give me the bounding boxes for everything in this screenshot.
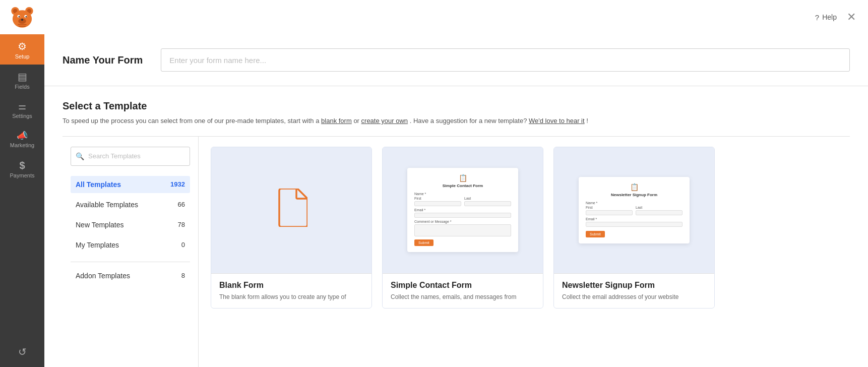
mini-form-newsletter-icon: 📋 (630, 183, 639, 191)
form-name-input[interactable] (161, 48, 850, 72)
search-icon: 🔍 (76, 152, 84, 160)
template-filter-panel: 🔍 All Templates 1932 Available Templates… (63, 137, 199, 368)
sidebar-item-fields[interactable]: ▤ Fields (0, 65, 44, 95)
fields-icon: ▤ (18, 72, 27, 82)
filter-label-new: New Templates (76, 221, 123, 229)
search-input[interactable] (71, 147, 190, 166)
help-icon: ? (815, 13, 819, 22)
template-section: Select a Template To speed up the proces… (44, 86, 868, 367)
help-button[interactable]: ? Help (815, 13, 837, 22)
close-button[interactable]: ✕ (847, 12, 856, 23)
mini-form-contact: 📋 Simple Contact Form Name * First (407, 168, 518, 252)
template-section-desc: To speed up the process you can select f… (63, 116, 850, 126)
sidebar-item-history[interactable]: ↺ (0, 342, 44, 362)
card-title-contact: Simple Contact Form (391, 281, 535, 290)
marketing-icon: 📣 (17, 131, 28, 140)
desc-text-4: ! (586, 117, 588, 125)
search-box: 🔍 (71, 147, 190, 166)
svg-point-8 (26, 16, 27, 18)
sidebar-label-setup: Setup (15, 53, 30, 59)
mini-form-contact-title: Simple Contact Form (443, 184, 483, 188)
setup-icon: ⚙ (18, 41, 27, 51)
filter-new-templates[interactable]: New Templates 78 (71, 216, 190, 233)
sidebar-item-payments[interactable]: $ Payments (0, 153, 44, 184)
template-cards-area: Blank Form The blank form allows you to … (199, 137, 850, 368)
card-preview-blank (211, 147, 371, 273)
filter-count-my: 0 (181, 241, 185, 249)
sidebar-label-settings: Settings (12, 113, 32, 119)
card-title-newsletter: Newsletter Signup Form (562, 281, 706, 290)
sidebar-label-fields: Fields (15, 84, 29, 90)
desc-text-3: . Have a suggestion for a new template? (410, 117, 529, 125)
template-card-contact[interactable]: 📋 Simple Contact Form Name * First (382, 147, 543, 309)
mini-form-contact-icon: 📋 (459, 174, 467, 182)
filter-my-templates[interactable]: My Templates 0 (71, 236, 190, 254)
sidebar-logo (0, 0, 44, 34)
filter-label-available: Available Templates (76, 201, 138, 209)
filter-label-addon: Addon Templates (76, 272, 130, 280)
card-preview-newsletter: 📋 Newsletter Signup Form Name * First (554, 147, 714, 273)
sidebar-bottom: ↺ (0, 342, 44, 367)
card-preview-contact: 📋 Simple Contact Form Name * First (383, 147, 543, 273)
card-desc-contact: Collect the names, emails, and messages … (391, 293, 535, 301)
topbar: ? Help ✕ (44, 0, 868, 34)
mini-form-newsletter: 📋 Newsletter Signup Form Name * First (579, 177, 690, 243)
template-card-blank[interactable]: Blank Form The blank form allows you to … (211, 147, 372, 309)
filter-count-new: 78 (178, 221, 185, 228)
card-info-newsletter: Newsletter Signup Form Collect the email… (554, 273, 714, 309)
desc-text-1: To speed up the process you can select f… (63, 117, 321, 125)
sidebar-label-payments: Payments (10, 172, 35, 178)
sidebar-item-setup[interactable]: ⚙ Setup (0, 34, 44, 65)
content-area: Name Your Form Select a Template To spee… (44, 34, 868, 367)
bear-icon (9, 4, 35, 30)
mini-form-newsletter-title: Newsletter Signup Form (611, 193, 657, 197)
card-title-blank: Blank Form (219, 281, 363, 290)
form-name-section: Name Your Form (44, 34, 868, 86)
filter-addon-templates[interactable]: Addon Templates 8 (71, 267, 190, 284)
desc-text-2: or (353, 117, 361, 125)
payments-icon: $ (19, 160, 25, 170)
card-info-contact: Simple Contact Form Collect the names, e… (383, 273, 543, 309)
help-label: Help (822, 13, 837, 21)
filter-count-all: 1932 (170, 180, 185, 188)
filter-all-templates[interactable]: All Templates 1932 (71, 176, 190, 193)
main-area: ? Help ✕ Name Your Form Select a Templat… (44, 0, 868, 367)
feedback-link[interactable]: We'd love to hear it (529, 117, 585, 125)
sidebar-label-marketing: Marketing (10, 142, 34, 148)
template-body: 🔍 All Templates 1932 Available Templates… (63, 136, 850, 368)
filter-label-all: All Templates (76, 180, 121, 189)
filter-label-my: My Templates (76, 241, 119, 249)
svg-rect-11 (18, 24, 26, 25)
filter-count-available: 66 (178, 201, 185, 208)
template-section-title: Select a Template (63, 100, 850, 112)
create-own-link[interactable]: create your own (361, 117, 408, 125)
blank-form-icon (275, 189, 307, 232)
form-name-label: Name Your Form (63, 54, 143, 66)
filter-available-templates[interactable]: Available Templates 66 (71, 196, 190, 213)
svg-point-10 (21, 19, 23, 21)
card-desc-newsletter: Collect the email addresses of your webs… (562, 293, 706, 301)
filter-count-addon: 8 (181, 272, 185, 279)
sidebar-item-settings[interactable]: ⚌ Settings (0, 95, 44, 124)
sidebar: ⚙ Setup ▤ Fields ⚌ Settings 📣 Marketing … (0, 0, 44, 367)
sidebar-item-marketing[interactable]: 📣 Marketing (0, 124, 44, 153)
template-card-newsletter[interactable]: 📋 Newsletter Signup Form Name * First (553, 147, 715, 309)
blank-form-link[interactable]: blank form (321, 117, 352, 125)
svg-rect-12 (19, 26, 26, 27)
settings-icon: ⚌ (18, 102, 26, 111)
history-icon: ↺ (18, 347, 27, 357)
card-info-blank: Blank Form The blank form allows you to … (211, 273, 371, 309)
card-desc-blank: The blank form allows you to create any … (219, 293, 363, 301)
svg-point-7 (19, 16, 20, 18)
